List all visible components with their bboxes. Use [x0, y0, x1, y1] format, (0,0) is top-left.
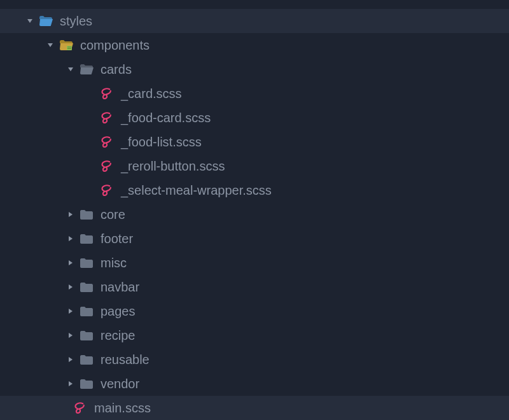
tree-folder-misc[interactable]: misc [0, 251, 509, 275]
tree-folder-recipe[interactable]: recipe [0, 323, 509, 347]
folder-icon [79, 330, 94, 341]
sass-icon [99, 111, 115, 124]
tree-file-reroll-button-scss[interactable]: ▸ _reroll-button.scss [0, 154, 509, 178]
folder-open-icon [59, 39, 74, 51]
tree-folder-pages[interactable]: pages [0, 299, 509, 323]
folder-label: misc [101, 256, 127, 270]
chevron-right-icon [66, 381, 75, 387]
file-label: _food-list.scss [121, 135, 202, 150]
folder-icon [79, 354, 94, 365]
tree-file-card-scss[interactable]: ▸ _card.scss [0, 81, 509, 106]
file-label: _reroll-button.scss [121, 159, 225, 174]
chevron-right-icon [66, 235, 75, 242]
svg-rect-1 [67, 47, 71, 48]
folder-icon [79, 305, 94, 317]
folder-label: vendor [101, 377, 139, 391]
file-label: _card.scss [121, 87, 182, 101]
folder-label: reusable [101, 353, 150, 367]
file-tree: styles components cards [0, 0, 509, 420]
chevron-right-icon [66, 332, 75, 339]
file-label: _select-meal-wrapper.scss [121, 183, 272, 198]
sass-icon [99, 87, 115, 100]
file-label: _food-card.scss [121, 111, 211, 125]
folder-open-icon [79, 64, 94, 75]
tree-folder-cards[interactable]: cards [0, 57, 509, 81]
chevron-right-icon [66, 284, 75, 290]
folder-icon [79, 257, 94, 269]
tree-file-main-scss[interactable]: ▸ main.scss [0, 396, 509, 420]
folder-label: styles [60, 14, 92, 29]
tree-folder-reusable[interactable]: reusable [0, 347, 509, 372]
tree-file-food-card-scss[interactable]: ▸ _food-card.scss [0, 106, 509, 130]
sass-icon [73, 402, 88, 414]
svg-rect-2 [67, 48, 71, 49]
chevron-right-icon [66, 211, 75, 218]
tree-folder-core[interactable]: core [0, 202, 509, 227]
folder-icon [79, 378, 94, 389]
chevron-down-icon [66, 66, 75, 73]
folder-label: navbar [101, 280, 139, 295]
sass-icon [99, 160, 115, 172]
folder-open-icon [38, 15, 53, 27]
tree-folder-footer[interactable]: footer [0, 227, 509, 251]
folder-icon [79, 209, 94, 220]
chevron-down-icon [25, 18, 34, 24]
tree-file-food-list-scss[interactable]: ▸ _food-list.scss [0, 130, 509, 154]
folder-label: pages [101, 304, 136, 319]
folder-label: components [80, 38, 150, 53]
tree-file-select-meal-wrapper-scss[interactable]: ▸ _select-meal-wrapper.scss [0, 178, 509, 202]
sass-icon [99, 184, 115, 197]
sass-icon [99, 136, 115, 148]
tree-folder-navbar[interactable]: navbar [0, 275, 509, 299]
folder-label: cards [101, 62, 132, 77]
folder-label: footer [101, 232, 133, 246]
folder-label: recipe [101, 328, 135, 343]
tree-folder-styles[interactable]: styles [0, 9, 509, 33]
chevron-right-icon [66, 308, 75, 314]
folder-label: core [101, 207, 125, 222]
tree-folder-components[interactable]: components [0, 33, 509, 57]
chevron-right-icon [66, 356, 75, 363]
folder-icon [79, 233, 94, 244]
file-label: main.scss [94, 401, 151, 416]
folder-icon [79, 281, 94, 293]
chevron-down-icon [46, 42, 55, 48]
svg-rect-0 [67, 46, 72, 50]
chevron-right-icon [66, 260, 75, 266]
tree-folder-vendor[interactable]: vendor [0, 372, 509, 396]
